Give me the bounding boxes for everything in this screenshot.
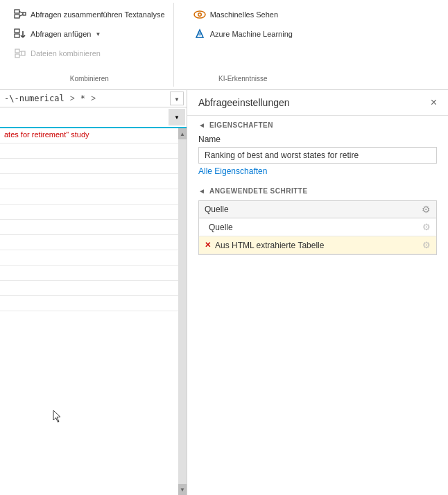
- formula-arrow1: >: [70, 94, 75, 103]
- azure-icon: [193, 28, 206, 40]
- table-row: [0, 189, 178, 205]
- cell-value: [0, 205, 178, 219]
- cell-value: [0, 189, 178, 204]
- vision-icon: [193, 8, 206, 21]
- name-input[interactable]: [198, 147, 437, 164]
- cell-value: [0, 235, 178, 250]
- cell-value: ates for retirement" study: [0, 128, 178, 143]
- abfragen-zusammenfuehren-button[interactable]: Abfragen zusammenführen Textanalyse: [11, 7, 168, 22]
- eigenschaften-section: ◄ EIGENSCHAFTEN Name Alle Eigenschaften: [187, 116, 448, 182]
- step-delete-icon[interactable]: ✕: [205, 241, 211, 250]
- cell-value: [0, 220, 178, 234]
- schritte-label: ANGEWENDETE SCHRITTE: [209, 187, 308, 195]
- toolbar-ki-items: Maschinelles Sehen Azure Machine Learnin…: [191, 7, 295, 69]
- svg-rect-10: [15, 49, 19, 53]
- name-label: Name: [198, 134, 437, 144]
- kombinieren-section-label: Kombinieren: [11, 72, 168, 82]
- chevron-down-icon: [174, 94, 180, 103]
- query-panel: -\-numerical > * > ▼ ates for retirement…: [0, 90, 187, 495]
- svg-line-2: [19, 12, 23, 14]
- scroll-up-button[interactable]: ▲: [178, 128, 187, 139]
- svg-line-3: [19, 15, 23, 17]
- formula-star: *: [79, 92, 87, 105]
- table-row: [0, 220, 178, 235]
- merge-icon: [14, 8, 26, 21]
- filter-bar: ▼: [0, 107, 187, 128]
- step-name: Aus HTML extrahierte Tabelle: [215, 241, 422, 250]
- svg-rect-5: [15, 29, 19, 33]
- schritte-collapse-icon[interactable]: ◄: [198, 187, 205, 195]
- settings-title: Abfrageeinstellungen: [198, 97, 290, 108]
- cell-value: [0, 281, 178, 295]
- filter-input[interactable]: [1, 111, 169, 123]
- svg-point-19: [198, 33, 201, 36]
- eigenschaften-label: EIGENSCHAFTEN: [209, 121, 273, 129]
- settings-header: Abfrageeinstellungen ×: [187, 90, 448, 116]
- schritte-header: ◄ ANGEWENDETE SCHRITTE: [198, 187, 437, 195]
- table-row: [0, 174, 178, 189]
- dateien-kombinieren-label: Dateien kombinieren: [31, 49, 101, 58]
- data-grid: ates for retirement" study: [0, 128, 178, 495]
- list-item[interactable]: Quelle ⚙: [199, 218, 436, 236]
- svg-point-17: [198, 14, 200, 16]
- table-row: ates for retirement" study: [0, 128, 178, 144]
- table-row: [0, 205, 178, 220]
- scroll-down-button[interactable]: ▼: [178, 484, 187, 495]
- azure-ml-button[interactable]: Azure Machine Learning: [191, 26, 295, 42]
- toolbar-ki-section: Maschinelles Sehen Azure Machine Learnin…: [185, 3, 301, 87]
- cell-value: [0, 296, 178, 311]
- close-button[interactable]: ×: [431, 97, 437, 108]
- alle-eigenschaften-link[interactable]: Alle Eigenschaften: [198, 166, 437, 176]
- append-icon: [14, 28, 26, 40]
- collapse-icon[interactable]: ◄: [198, 121, 205, 129]
- data-grid-container: ates for retirement" study ▲ ▼: [0, 128, 187, 495]
- toolbar-kombinieren-items: Abfragen zusammenführen Textanalyse Abfr…: [11, 7, 168, 69]
- cell-value: [0, 159, 178, 173]
- formula-dropdown[interactable]: [170, 92, 184, 105]
- svg-rect-6: [15, 34, 19, 37]
- abfragen-anfuegen-arrow: ▼: [95, 31, 101, 37]
- table-row: [0, 144, 178, 159]
- combine-icon: [14, 47, 26, 60]
- abfragen-anfuegen-label: Abfragen anfügen: [31, 30, 91, 38]
- toolbar: Abfragen zusammenführen Textanalyse Abfr…: [0, 0, 448, 90]
- table-row: [0, 235, 178, 250]
- scrollbar[interactable]: ▲ ▼: [178, 128, 187, 495]
- settings-panel: Abfrageeinstellungen × ◄ EIGENSCHAFTEN N…: [187, 90, 448, 495]
- formula-bar: -\-numerical > * >: [0, 90, 187, 107]
- table-row: [0, 296, 178, 311]
- eigenschaften-header: ◄ EIGENSCHAFTEN: [198, 121, 437, 129]
- svg-rect-12: [21, 51, 25, 55]
- abfragen-zusammenfuehren-label: Abfragen zusammenführen Textanalyse: [31, 10, 165, 19]
- filter-chevron-icon: ▼: [174, 114, 180, 121]
- ki-section-label: KI-Erkenntnisse: [191, 72, 295, 82]
- dateien-kombinieren-button[interactable]: Dateien kombinieren: [11, 46, 168, 61]
- list-item[interactable]: ✕ Aus HTML extrahierte Tabelle ⚙: [199, 236, 436, 254]
- cell-value: [0, 266, 178, 280]
- svg-rect-4: [23, 12, 26, 15]
- table-row: [0, 266, 178, 281]
- svg-rect-11: [15, 54, 19, 58]
- cell-value: [0, 250, 178, 265]
- maschinelles-sehen-button[interactable]: Maschinelles Sehen: [191, 7, 295, 22]
- filter-dropdown-button[interactable]: ▼: [169, 109, 185, 125]
- steps-header-gear-icon[interactable]: ⚙: [422, 204, 431, 215]
- steps-table: Quelle ⚙ Quelle ⚙ ✕ Aus HTML extrahierte…: [198, 200, 437, 255]
- svg-rect-1: [15, 15, 19, 18]
- step-name: Quelle: [209, 223, 422, 232]
- toolbar-kombinieren-section: Abfragen zusammenführen Textanalyse Abfr…: [6, 3, 174, 87]
- main-content: -\-numerical > * > ▼ ates for retirement…: [0, 90, 448, 495]
- steps-column-header: Quelle: [205, 205, 422, 214]
- formula-text: -\-numerical: [3, 92, 66, 105]
- formula-arrow2: >: [91, 94, 96, 103]
- step-gear-icon[interactable]: ⚙: [422, 240, 431, 250]
- cell-value: [0, 174, 178, 189]
- angewendete-schritte-section: ◄ ANGEWENDETE SCHRITTE Quelle ⚙ Quelle ⚙…: [187, 182, 448, 495]
- steps-header-row: Quelle ⚙: [199, 201, 436, 218]
- step-gear-icon[interactable]: ⚙: [422, 222, 431, 232]
- abfragen-anfuegen-button[interactable]: Abfragen anfügen ▼: [11, 26, 168, 42]
- table-row: [0, 159, 178, 174]
- azure-ml-label: Azure Machine Learning: [210, 30, 293, 38]
- cell-value: [0, 144, 178, 158]
- table-row: [0, 281, 178, 296]
